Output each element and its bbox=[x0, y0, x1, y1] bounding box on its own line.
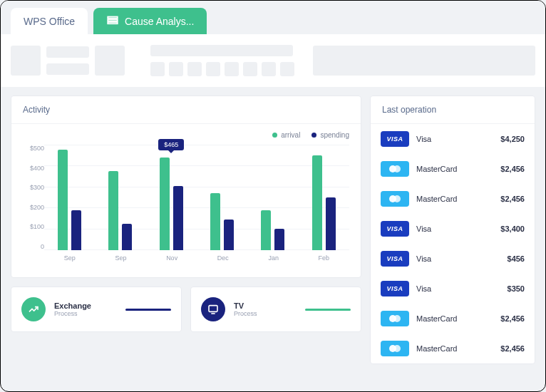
tab-bar: WPS Office Cause Analys... bbox=[1, 1, 545, 34]
bar-arrival[interactable] bbox=[58, 150, 68, 250]
mastercard-icon bbox=[381, 161, 409, 177]
widget-title: Exchange bbox=[54, 301, 117, 310]
y-tick: 0 bbox=[23, 243, 44, 250]
tab-cause-analysis[interactable]: Cause Analys... bbox=[93, 8, 207, 34]
legend-arrival: arrival bbox=[272, 131, 300, 139]
operation-name: Visa bbox=[416, 284, 508, 293]
widgets-row: ExchangeProcessTVProcess bbox=[11, 287, 361, 332]
bar-spending[interactable] bbox=[173, 186, 183, 250]
widget-subtitle: Process bbox=[54, 310, 117, 317]
legend-label: arrival bbox=[281, 131, 300, 139]
ribbon-skeleton bbox=[46, 46, 89, 58]
chart-legend: arrival spending bbox=[23, 131, 349, 139]
operation-row[interactable]: MasterCard$2,456 bbox=[371, 184, 535, 214]
y-tick: $100 bbox=[23, 223, 44, 230]
content-area: Activity arrival spending $500$400$300$2… bbox=[1, 87, 545, 373]
y-axis: $500$400$300$200$1000 bbox=[23, 145, 44, 266]
operations-list: VISAVisa$4,250MasterCard$2,456MasterCard… bbox=[371, 124, 535, 363]
bar-spending[interactable] bbox=[274, 229, 284, 250]
ribbon-skeleton bbox=[243, 62, 257, 76]
operation-row[interactable]: VISAVisa$4,250 bbox=[371, 124, 535, 154]
bar-spending[interactable] bbox=[71, 210, 81, 250]
mastercard-icon bbox=[381, 191, 409, 207]
tab-label: Cause Analys... bbox=[125, 16, 194, 27]
widget-title: TV bbox=[234, 301, 297, 310]
app-window: WPS Office Cause Analys... bbox=[0, 0, 546, 392]
operation-row[interactable]: MasterCard$2,456 bbox=[371, 154, 535, 184]
operation-name: MasterCard bbox=[416, 344, 500, 353]
operation-name: MasterCard bbox=[416, 314, 500, 323]
tab-label: WPS Office bbox=[24, 16, 75, 27]
x-tick: Dec bbox=[217, 254, 229, 262]
x-axis: SepSepNovDecJanFeb bbox=[44, 250, 349, 266]
bar-group[interactable] bbox=[261, 210, 284, 250]
y-tick: $500 bbox=[23, 145, 44, 152]
legend-spending: spending bbox=[311, 131, 349, 139]
y-tick: $400 bbox=[23, 165, 44, 172]
bar-arrival[interactable] bbox=[312, 155, 322, 250]
operation-amount: $3,400 bbox=[500, 225, 525, 233]
activity-card: Activity arrival spending $500$400$300$2… bbox=[11, 96, 361, 278]
ribbon-skeleton bbox=[169, 62, 183, 76]
bar-arrival[interactable] bbox=[261, 210, 271, 250]
svg-rect-2 bbox=[108, 22, 118, 24]
operation-amount: $350 bbox=[508, 284, 525, 293]
ribbon-skeleton bbox=[150, 62, 165, 76]
operation-name: MasterCard bbox=[416, 195, 500, 203]
ribbon-placeholder bbox=[1, 34, 545, 87]
bar-spending[interactable] bbox=[122, 224, 132, 250]
trend-icon bbox=[21, 297, 46, 321]
operation-row[interactable]: VISAVisa$456 bbox=[371, 244, 535, 274]
dot-icon bbox=[311, 133, 316, 138]
bar-arrival[interactable] bbox=[108, 171, 118, 250]
widget-tv[interactable]: TVProcess bbox=[190, 287, 361, 332]
bar-arrival[interactable] bbox=[160, 158, 170, 250]
bar-group[interactable] bbox=[108, 171, 132, 250]
ribbon-skeleton bbox=[262, 62, 276, 76]
bar-group[interactable] bbox=[312, 155, 336, 250]
operation-amount: $4,250 bbox=[500, 135, 525, 143]
x-tick: Nov bbox=[166, 254, 177, 262]
ribbon-skeleton bbox=[46, 63, 89, 75]
monitor-icon bbox=[201, 297, 225, 321]
operation-row[interactable]: MasterCard$2,456 bbox=[371, 334, 535, 363]
y-tick: $200 bbox=[23, 204, 44, 211]
ribbon-skeleton bbox=[313, 46, 535, 76]
last-operation-card: Last operation VISAVisa$4,250MasterCard$… bbox=[370, 96, 535, 364]
y-tick: $300 bbox=[23, 184, 44, 191]
tab-wps-office[interactable]: WPS Office bbox=[11, 8, 88, 34]
operation-name: Visa bbox=[416, 254, 508, 263]
bar-chart: $500$400$300$200$1000 $465 SepSepNovDecJ… bbox=[23, 145, 349, 266]
ribbon-skeleton bbox=[95, 46, 125, 76]
bar-spending[interactable] bbox=[224, 220, 234, 250]
widget-exchange[interactable]: ExchangeProcess bbox=[11, 287, 182, 332]
ribbon-skeleton bbox=[206, 62, 220, 76]
operation-row[interactable]: VISAVisa$3,400 bbox=[371, 214, 535, 244]
chart-bars: $465 bbox=[44, 145, 349, 250]
bar-spending[interactable] bbox=[326, 197, 336, 250]
visa-icon: VISA bbox=[381, 221, 409, 237]
visa-icon: VISA bbox=[381, 281, 409, 296]
operation-amount: $2,456 bbox=[500, 314, 525, 323]
bar-group[interactable] bbox=[210, 193, 234, 250]
dot-icon bbox=[272, 133, 277, 138]
bar-group[interactable] bbox=[58, 150, 81, 250]
bar-arrival[interactable] bbox=[210, 193, 220, 250]
svg-rect-0 bbox=[108, 17, 118, 19]
bar-group[interactable]: $465 bbox=[160, 158, 183, 250]
x-tick: Feb bbox=[319, 254, 330, 262]
operation-row[interactable]: MasterCard$2,456 bbox=[371, 304, 535, 334]
operation-amount: $2,456 bbox=[500, 344, 525, 353]
x-tick: Jan bbox=[268, 254, 279, 262]
operation-name: Visa bbox=[416, 225, 500, 233]
last-operation-title: Last operation bbox=[371, 96, 535, 124]
ribbon-skeleton bbox=[11, 46, 41, 76]
ribbon-skeleton bbox=[187, 62, 202, 76]
visa-icon: VISA bbox=[381, 251, 409, 267]
operation-name: Visa bbox=[416, 135, 500, 143]
widget-bar bbox=[305, 309, 351, 311]
mastercard-icon bbox=[381, 311, 409, 326]
operation-amount: $2,456 bbox=[500, 165, 525, 173]
sheet-icon bbox=[106, 14, 119, 29]
operation-row[interactable]: VISAVisa$350 bbox=[371, 274, 535, 304]
